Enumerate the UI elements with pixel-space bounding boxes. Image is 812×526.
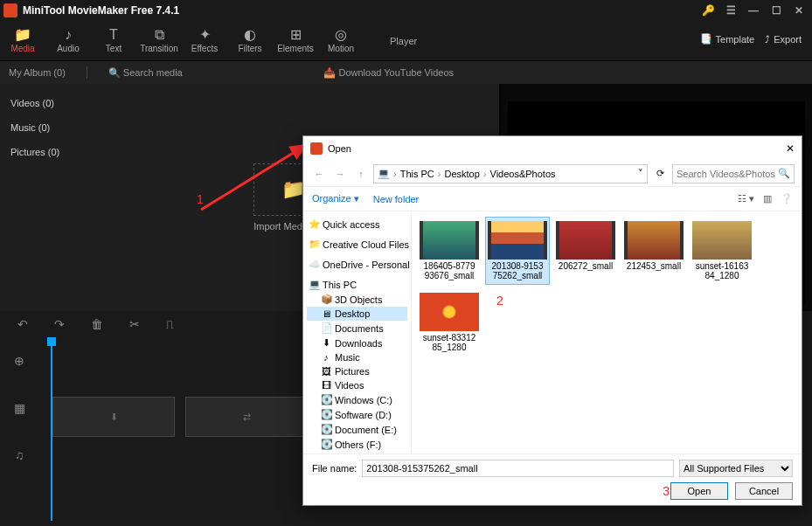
app-title: MiniTool MovieMaker Free 7.4.1 bbox=[23, 4, 698, 17]
sidebar-pictures[interactable]: Pictures (0) bbox=[0, 140, 87, 164]
tree-drive-d[interactable]: 💽Software (D:) bbox=[307, 407, 407, 422]
chevron-down-icon[interactable]: ˅ bbox=[638, 168, 643, 179]
sidebar-music[interactable]: Music (0) bbox=[0, 115, 87, 140]
tab-transition-label: Transition bbox=[140, 44, 178, 53]
tab-filters[interactable]: ◐ Filters bbox=[227, 21, 273, 61]
tab-media-label: Media bbox=[10, 44, 34, 53]
dialog-search[interactable]: 🔍 bbox=[672, 164, 795, 183]
file-item[interactable]: sunset-1616384_1280 bbox=[690, 217, 754, 285]
video-track-icon: ▦ bbox=[0, 384, 38, 432]
filetype-select[interactable]: All Supported Files bbox=[679, 460, 793, 477]
tree-drive-f[interactable]: 💽Others (F:) bbox=[307, 437, 407, 452]
tab-text-label: Text bbox=[106, 44, 121, 53]
titlebar: MiniTool MovieMaker Free 7.4.1 🔑 ☰ — ☐ ✕ bbox=[0, 0, 812, 21]
template-button[interactable]: 📑 Template bbox=[700, 33, 755, 45]
menu-icon[interactable]: ☰ bbox=[721, 1, 740, 20]
tree-documents[interactable]: 📄Documents bbox=[307, 321, 407, 336]
file-item[interactable]: sunset-8331285_1280 bbox=[417, 288, 482, 356]
preview-pane-button[interactable]: ▥ bbox=[763, 193, 772, 204]
template-label: Template bbox=[716, 34, 755, 45]
filename-label: File name: bbox=[312, 463, 357, 474]
help-button[interactable]: ❔ bbox=[781, 193, 793, 204]
nav-back-button[interactable]: ← bbox=[310, 165, 328, 183]
new-folder-button[interactable]: New folder bbox=[373, 194, 420, 204]
tree-creative-cloud[interactable]: 📁Creative Cloud Files bbox=[307, 237, 407, 252]
tab-effects-label: Effects bbox=[191, 44, 218, 53]
tab-transition[interactable]: ⧉ Transition bbox=[136, 21, 182, 61]
dialog-titlebar: Open ✕ bbox=[303, 136, 802, 161]
playhead[interactable] bbox=[47, 337, 56, 346]
tab-media[interactable]: 📁 Media bbox=[0, 21, 45, 61]
file-item[interactable]: 212453_small bbox=[621, 217, 686, 285]
file-item-selected[interactable]: 201308-915375262_small bbox=[485, 217, 550, 285]
view-mode-button[interactable]: ☷ ▾ bbox=[738, 193, 754, 204]
track-slot-1[interactable]: ⬇ bbox=[52, 397, 175, 437]
tab-elements-label: Elements bbox=[277, 44, 314, 53]
tree-3d-objects[interactable]: 📦3D Objects bbox=[307, 292, 407, 307]
app-logo bbox=[3, 3, 17, 17]
tab-filters-label: Filters bbox=[238, 44, 261, 53]
crop-button[interactable]: ⎍ bbox=[166, 317, 173, 331]
cancel-button[interactable]: Cancel bbox=[735, 482, 793, 500]
tree-this-pc[interactable]: 💻This PC bbox=[307, 277, 407, 292]
add-track-button[interactable]: ⊕ bbox=[0, 337, 38, 384]
tab-text[interactable]: T Text bbox=[91, 21, 136, 61]
sidebar-videos[interactable]: Videos (0) bbox=[0, 91, 87, 115]
tree-videos[interactable]: 🎞Videos bbox=[307, 378, 407, 392]
export-button[interactable]: ⤴ Export bbox=[765, 34, 802, 45]
breadcrumb-seg-0[interactable]: This PC bbox=[400, 169, 434, 179]
tree-music[interactable]: ♪Music bbox=[307, 350, 407, 364]
folder-icon: 📁 bbox=[14, 28, 31, 42]
search-input[interactable] bbox=[677, 169, 790, 179]
tab-audio-label: Audio bbox=[57, 44, 80, 53]
refresh-button[interactable]: ⟳ bbox=[651, 168, 669, 179]
search-icon: 🔍 bbox=[778, 168, 790, 179]
nav-forward-button[interactable]: → bbox=[331, 165, 349, 183]
breadcrumb-seg-1[interactable]: Desktop bbox=[444, 169, 479, 179]
search-media[interactable]: 🔍 Search media bbox=[108, 67, 183, 79]
file-list: 186405-877993676_small 201308-915375262_… bbox=[412, 211, 802, 453]
my-album-tab[interactable]: My Album (0) bbox=[9, 67, 66, 78]
file-item[interactable]: 186405-877993676_small bbox=[417, 217, 482, 285]
tab-effects[interactable]: ✦ Effects bbox=[182, 21, 227, 61]
organize-button[interactable]: Organize ▾ bbox=[312, 193, 359, 204]
tree-onedrive[interactable]: ☁️OneDrive - Personal bbox=[307, 257, 407, 272]
minimize-button[interactable]: — bbox=[744, 1, 763, 20]
key-icon[interactable]: 🔑 bbox=[698, 1, 718, 20]
track-slot-2[interactable]: ⇄ bbox=[185, 397, 308, 437]
maximize-button[interactable]: ☐ bbox=[767, 1, 786, 20]
dialog-title: Open bbox=[328, 143, 351, 154]
tree-downloads[interactable]: ⬇Downloads bbox=[307, 336, 407, 350]
delete-button[interactable]: 🗑 bbox=[91, 317, 103, 331]
annotation-1: 1 bbox=[197, 192, 204, 206]
transition-icon: ⧉ bbox=[155, 28, 164, 42]
filters-icon: ◐ bbox=[244, 28, 256, 42]
pc-icon: 💻 bbox=[378, 168, 390, 179]
cut-button[interactable]: ✂ bbox=[129, 317, 140, 331]
nav-up-button[interactable]: ↑ bbox=[352, 165, 370, 183]
tab-elements[interactable]: ⊞ Elements bbox=[273, 21, 318, 61]
dialog-toolbar: Organize ▾ New folder ☷ ▾ ▥ ❔ bbox=[303, 187, 802, 211]
tab-motion[interactable]: ◎ Motion bbox=[318, 21, 364, 61]
tab-audio[interactable]: ♪ Audio bbox=[45, 21, 91, 61]
tree-quick-access[interactable]: ⭐Quick access bbox=[307, 217, 407, 232]
tree-drive-e[interactable]: 💽Document (E:) bbox=[307, 422, 407, 437]
undo-button[interactable]: ↶ bbox=[17, 317, 28, 331]
file-item[interactable]: 206272_small bbox=[553, 217, 618, 285]
tree-desktop[interactable]: 🖥Desktop bbox=[307, 307, 407, 321]
text-icon: T bbox=[109, 28, 118, 42]
filename-input[interactable] bbox=[362, 460, 674, 477]
dialog-close-button[interactable]: ✕ bbox=[786, 142, 795, 155]
open-button[interactable]: Open bbox=[670, 482, 728, 500]
elements-icon: ⊞ bbox=[290, 28, 302, 42]
tree-drive-c[interactable]: 💽Windows (C:) bbox=[307, 392, 407, 407]
tree-pictures[interactable]: 🖼Pictures bbox=[307, 364, 407, 378]
export-label: Export bbox=[774, 34, 802, 45]
redo-button[interactable]: ↷ bbox=[54, 317, 65, 331]
annotation-3: 3 bbox=[663, 484, 670, 498]
breadcrumb-seg-2[interactable]: Videos&Photos bbox=[490, 169, 556, 179]
close-button[interactable]: ✕ bbox=[789, 1, 809, 20]
breadcrumb[interactable]: 💻 › This PC › Desktop › Videos&Photos ˅ bbox=[373, 164, 648, 183]
download-youtube[interactable]: 📥 Download YouTube Videos bbox=[323, 67, 454, 79]
dialog-navbar: ← → ↑ 💻 › This PC › Desktop › Videos&Pho… bbox=[303, 161, 802, 187]
